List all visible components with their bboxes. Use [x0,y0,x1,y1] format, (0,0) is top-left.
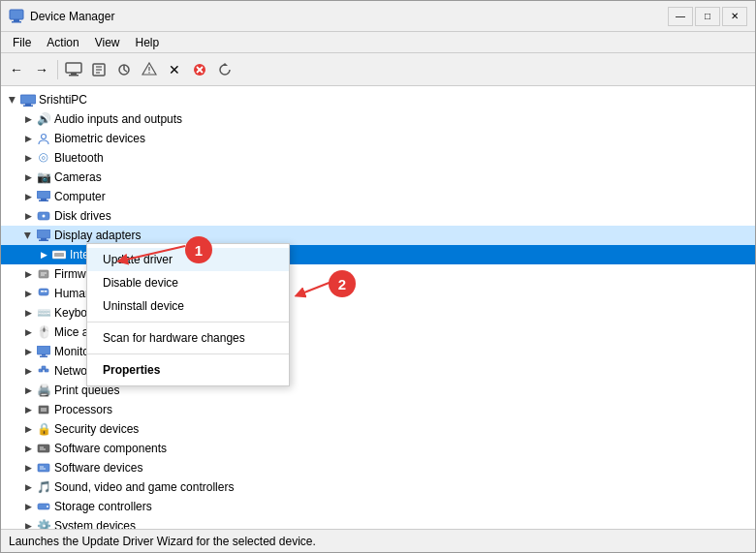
tree-item-sound-video[interactable]: ▶ 🎵 Sound, video and game controllers [1,477,755,497]
tree-item-cameras[interactable]: ▶ 📷 Cameras [1,168,755,187]
keyboard-icon: ⌨️ [36,305,51,321]
svg-point-23 [42,135,47,139]
monitors-expand: ▶ [20,344,36,359]
svg-rect-2 [12,21,21,23]
tree-item-audio[interactable]: ▶ 🔊 Audio inputs and outputs [1,109,755,129]
security-icon: 🔒 [36,421,51,437]
security-label: Security devices [54,422,139,436]
audio-icon: 🔊 [36,111,51,127]
annotation-1: 1 [185,236,212,263]
svg-rect-40 [37,346,50,354]
uninstall-btn[interactable] [188,58,211,81]
main-area: ▶ SrishtiPC ▶ 🔊 Audio inputs and outputs [1,86,755,529]
tree-item-computer[interactable]: ▶ Computer [1,187,755,206]
computer-icon [36,189,51,204]
menu-view[interactable]: View [87,34,128,51]
tree-item-display[interactable]: ▶ Display adapters [1,226,755,245]
tree-item-security[interactable]: ▶ 🔒 Security devices [1,419,755,439]
svg-point-57 [47,506,48,507]
window-title: Device Manager [30,10,668,23]
context-menu: Update driver Disable device Uninstall d… [86,243,290,386]
ctx-properties[interactable]: Properties [87,358,289,382]
root-expand-arrow: ▶ [5,92,20,108]
biometric-expand: ▶ [20,131,36,146]
svg-rect-39 [45,291,47,292]
computer-icon-btn[interactable] [62,58,85,81]
title-bar: Device Manager — □ ✕ [1,1,755,32]
tree-item-processors[interactable]: ▶ Processors [1,400,755,419]
toolbar: ← → [1,53,755,86]
sw-devices-icon [36,460,51,476]
menu-help[interactable]: Help [128,34,168,51]
svg-rect-37 [39,289,48,295]
status-text: Launches the Update Driver Wizard for th… [9,535,316,548]
app-icon [9,9,24,24]
mice-icon: 🖱️ [36,324,51,340]
svg-rect-53 [38,464,49,472]
disk-expand: ▶ [20,208,36,224]
display-adapter-icon [36,228,51,243]
svg-line-12 [124,70,127,72]
maximize-button[interactable]: □ [695,7,720,26]
hid-expand: ▶ [20,286,36,301]
display-label: Display adapters [54,229,141,242]
tree-item-sw-devices[interactable]: ▶ Software devices [1,458,755,477]
svg-rect-42 [40,356,47,358]
menu-action[interactable]: Action [39,34,86,51]
print-icon: 🖨️ [36,383,51,398]
sound-video-icon: 🎵 [36,479,51,495]
disable-btn[interactable]: ✕ [163,58,186,81]
sw-components-label: Software components [54,442,167,455]
annotation-2: 2 [329,270,356,297]
storage-icon [36,499,51,514]
tree-item-bluetooth[interactable]: ▶ ⦾ Bluetooth [1,148,755,168]
disk-label: Disk drives [54,209,111,223]
ctx-scan-hardware[interactable]: Scan for hardware changes [87,326,289,350]
svg-rect-38 [41,291,44,292]
tree-item-storage[interactable]: ▶ Storage controllers [1,497,755,516]
menu-file[interactable]: File [5,34,39,51]
ctx-disable-device[interactable]: Disable device [87,271,289,294]
computer-expand: ▶ [20,189,36,204]
biometric-icon [36,131,51,146]
toolbar-sep-1 [57,60,58,79]
root-icon [20,92,36,108]
forward-button[interactable]: → [30,58,53,81]
camera-icon: 📷 [36,169,51,185]
svg-rect-20 [20,95,36,104]
svg-rect-49 [41,408,47,412]
svg-rect-4 [71,73,77,75]
minimize-button[interactable]: — [668,7,693,26]
computer-label: Computer [54,190,106,203]
keyboard-expand: ▶ [20,305,36,321]
tree-item-disk[interactable]: ▶ Disk drives [1,206,755,226]
sw-components-icon [36,441,51,456]
firmware-icon [36,266,51,282]
ctx-uninstall-device[interactable]: Uninstall device [87,294,289,318]
tree-item-system[interactable]: ▶ ⚙️ System devices [1,516,755,529]
root-label: SrishtiPC [39,93,87,107]
tree-item-biometric[interactable]: ▶ Biometric devices [1,129,755,148]
scan-btn[interactable] [112,58,136,81]
back-button[interactable]: ← [5,58,28,81]
gpu-icon [51,247,67,262]
storage-label: Storage controllers [54,500,152,513]
svg-rect-31 [39,240,48,242]
svg-rect-24 [37,191,50,199]
cameras-expand: ▶ [20,169,36,185]
system-icon: ⚙️ [36,518,51,529]
update-driver-btn[interactable] [138,58,161,81]
sound-video-expand: ▶ [20,479,36,495]
gpu-expand: ▶ [36,247,51,262]
menu-bar: File Action View Help [1,32,755,53]
svg-rect-5 [69,75,79,77]
storage-expand: ▶ [20,499,36,514]
tree-item-sw-components[interactable]: ▶ Software components [1,439,755,458]
props-btn[interactable] [87,58,110,81]
close-button[interactable]: ✕ [722,7,747,26]
tree-root[interactable]: ▶ SrishtiPC [1,90,755,109]
svg-rect-34 [39,270,48,278]
bluetooth-label: Bluetooth [54,151,104,165]
refresh-btn[interactable] [213,58,236,81]
sound-video-label: Sound, video and game controllers [54,480,234,494]
